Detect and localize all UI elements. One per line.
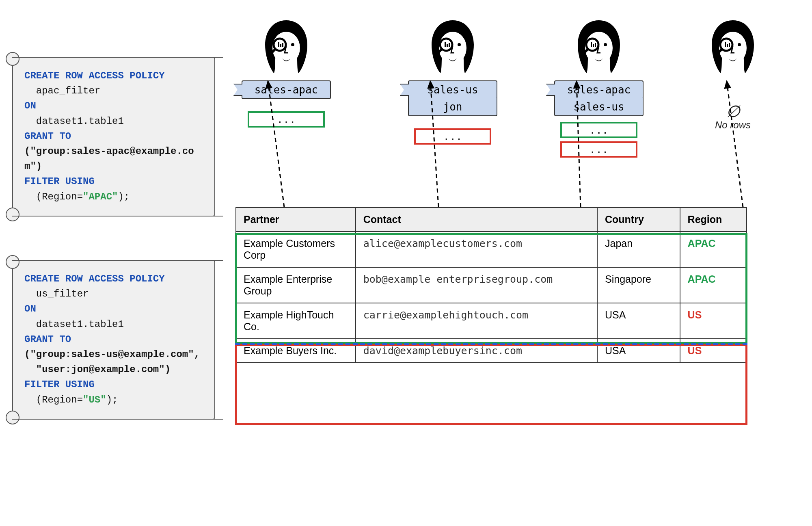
col-contact: Contact xyxy=(356,208,597,232)
group-flag: sales-apac xyxy=(554,80,644,99)
table-row: Example Customers Corp alice@examplecust… xyxy=(236,232,747,267)
col-region: Region xyxy=(680,208,747,232)
filter-expr-open: (Region= xyxy=(36,394,83,405)
table-row: Example Enterprise Group bob@example ent… xyxy=(236,267,747,303)
cell-contact: bob@example enterprisegroup.com xyxy=(356,267,597,303)
group-flag: sales-us xyxy=(408,80,497,99)
cell-partner: Example Enterprise Group xyxy=(236,267,356,303)
flag-label: sales-us xyxy=(427,84,478,96)
sql-keyword: GRANT TO xyxy=(24,334,71,345)
user-flag: jon xyxy=(408,98,497,116)
result-row-indicator: ... xyxy=(248,111,325,128)
cell-country: Singapore xyxy=(597,267,680,303)
analyst-icon xyxy=(572,16,625,79)
filter-value: "APAC" xyxy=(83,191,118,202)
cell-contact: carrie@examplehightouch.com xyxy=(356,303,597,339)
table-ref: dataset1.table1 xyxy=(36,319,124,330)
cell-partner: Example Customers Corp xyxy=(236,232,356,267)
grant-list: ("group:sales-us@example.com", "user:jon… xyxy=(24,349,200,375)
cell-contact: alice@examplecustomers.com xyxy=(356,232,597,267)
no-rows-indicator: ∅ No rows xyxy=(670,103,796,131)
flag-label: sales-apac xyxy=(567,84,631,96)
sql-keyword: ON xyxy=(24,100,36,111)
sql-keyword: CREATE ROW ACCESS POLICY xyxy=(24,273,165,284)
persona-both-groups: sales-apac sales-us ... ... xyxy=(536,16,662,158)
result-row-indicator: ... xyxy=(414,128,491,145)
table-row: Example HighTouch Co. carrie@examplehigh… xyxy=(236,303,747,339)
policy-name: us_filter xyxy=(36,288,89,299)
table-row: Example Buyers Inc. david@examplebuyersi… xyxy=(236,339,747,363)
cell-country: USA xyxy=(597,339,680,363)
filter-expr-close: ); xyxy=(106,394,118,405)
sql-keyword: FILTER USING xyxy=(24,379,95,390)
sql-keyword: FILTER USING xyxy=(24,176,95,187)
flag-label: sales-us xyxy=(573,101,624,113)
policy-name: apac_filter xyxy=(36,85,100,96)
sql-keyword: ON xyxy=(24,303,36,314)
persona-sales-apac: sales-apac ... xyxy=(223,16,349,128)
cell-region: US xyxy=(680,339,747,363)
filter-expr-open: (Region= xyxy=(36,191,83,202)
empty-set-icon: ∅ xyxy=(670,103,796,119)
flag-label: sales-apac xyxy=(255,84,318,96)
table-header-row: Partner Contact Country Region xyxy=(236,208,747,232)
flag-label: jon xyxy=(443,101,462,113)
partners-table: Partner Contact Country Region Example C… xyxy=(235,207,747,363)
sql-keyword: GRANT TO xyxy=(24,131,71,142)
cell-region: APAC xyxy=(680,267,747,303)
col-partner: Partner xyxy=(236,208,356,232)
cell-contact: david@examplebuyersinc.com xyxy=(356,339,597,363)
persona-sales-us-jon: sales-us jon ... xyxy=(390,16,516,145)
result-row-indicator: ... xyxy=(560,141,637,158)
sql-keyword: CREATE ROW ACCESS POLICY xyxy=(24,70,165,81)
cell-partner: Example Buyers Inc. xyxy=(236,339,356,363)
policy-scroll-us: CREATE ROW ACCESS POLICY us_filter ON da… xyxy=(12,260,215,420)
persona-no-access: ∅ No rows xyxy=(670,16,796,131)
table-ref: dataset1.table1 xyxy=(36,116,124,127)
filter-expr-close: ); xyxy=(118,191,130,202)
result-row-indicator: ... xyxy=(560,122,637,138)
cell-country: Japan xyxy=(597,232,680,267)
group-flag: sales-apac xyxy=(242,80,331,99)
analyst-icon xyxy=(260,16,313,79)
analyst-icon xyxy=(426,16,479,79)
policy-scroll-apac: CREATE ROW ACCESS POLICY apac_filter ON … xyxy=(12,57,215,216)
no-rows-text: No rows xyxy=(670,119,796,131)
col-country: Country xyxy=(597,208,680,232)
cell-region: APAC xyxy=(680,232,747,267)
cell-partner: Example HighTouch Co. xyxy=(236,303,356,339)
filter-value: "US" xyxy=(83,394,106,405)
analyst-icon xyxy=(706,16,759,79)
cell-region: US xyxy=(680,303,747,339)
grant-list: ("group:sales-apac@example.com") xyxy=(24,146,194,172)
cell-country: USA xyxy=(597,303,680,339)
group-flag: sales-us xyxy=(554,98,644,116)
